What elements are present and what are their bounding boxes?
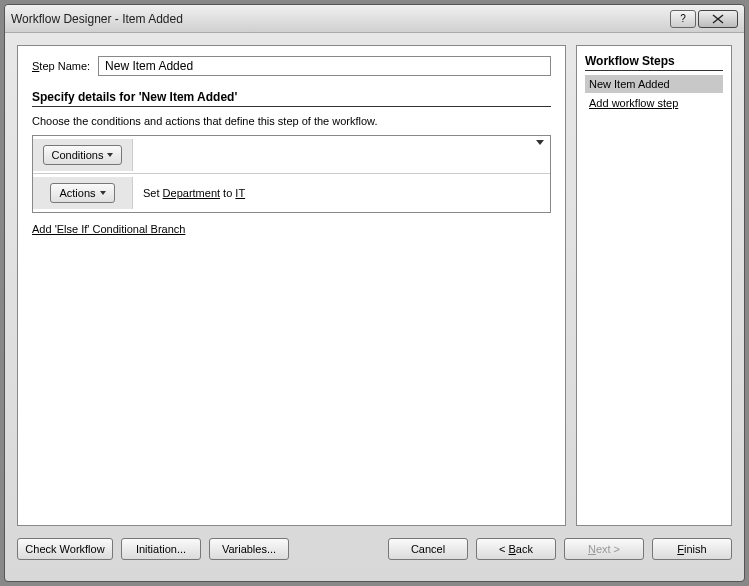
cancel-button[interactable]: Cancel <box>388 538 468 560</box>
initiation-button[interactable]: Initiation... <box>121 538 201 560</box>
actions-cell: Actions <box>33 177 133 209</box>
help-icon: ? <box>680 13 686 24</box>
workflow-steps-title: Workflow Steps <box>585 54 723 71</box>
actions-button-label: Actions <box>59 187 95 199</box>
actions-row: Actions Set Department to IT <box>33 174 550 212</box>
action-value-link[interactable]: IT <box>235 187 245 199</box>
close-button[interactable] <box>698 10 738 28</box>
variables-button[interactable]: Variables... <box>209 538 289 560</box>
step-name-row: Step Name: <box>32 56 551 76</box>
conditions-button-label: Conditions <box>52 149 104 161</box>
dialog-window: Workflow Designer - Item Added ? Step Na… <box>4 4 745 582</box>
titlebar: Workflow Designer - Item Added ? <box>5 5 744 33</box>
conditions-row: Conditions <box>33 136 550 174</box>
conditions-button[interactable]: Conditions <box>43 145 123 165</box>
chevron-down-icon <box>100 191 106 195</box>
footer-buttons: Check Workflow Initiation... Variables..… <box>5 538 744 570</box>
close-icon <box>711 14 725 24</box>
workflow-steps-panel: Workflow Steps New Item Added Add workfl… <box>576 45 732 526</box>
step-options-dropdown-icon[interactable] <box>536 140 544 145</box>
step-name-input[interactable] <box>98 56 551 76</box>
instruction-text: Choose the conditions and actions that d… <box>32 115 551 127</box>
conditions-content[interactable] <box>133 151 550 159</box>
window-title: Workflow Designer - Item Added <box>11 12 670 26</box>
back-button[interactable]: < Back <box>476 538 556 560</box>
content-area: Step Name: Specify details for 'New Item… <box>5 33 744 538</box>
conditions-cell: Conditions <box>33 139 133 171</box>
next-button: Next > <box>564 538 644 560</box>
action-prefix: Set <box>143 187 163 199</box>
step-name-label: Step Name: <box>32 60 90 72</box>
titlebar-buttons: ? <box>670 10 738 28</box>
finish-button[interactable]: Finish <box>652 538 732 560</box>
actions-button[interactable]: Actions <box>50 183 114 203</box>
step-definition-box: Conditions Actions Set Departmen <box>32 135 551 213</box>
main-panel: Step Name: Specify details for 'New Item… <box>17 45 566 526</box>
workflow-step-item[interactable]: New Item Added <box>585 75 723 93</box>
section-title: Specify details for 'New Item Added' <box>32 90 551 107</box>
help-button[interactable]: ? <box>670 10 696 28</box>
action-mid: to <box>220 187 235 199</box>
action-field-link[interactable]: Department <box>163 187 220 199</box>
chevron-down-icon <box>107 153 113 157</box>
check-workflow-button[interactable]: Check Workflow <box>17 538 113 560</box>
add-else-if-link[interactable]: Add 'Else If' Conditional Branch <box>32 223 551 235</box>
add-workflow-step-link[interactable]: Add workflow step <box>585 95 682 111</box>
actions-content: Set Department to IT <box>133 183 550 203</box>
